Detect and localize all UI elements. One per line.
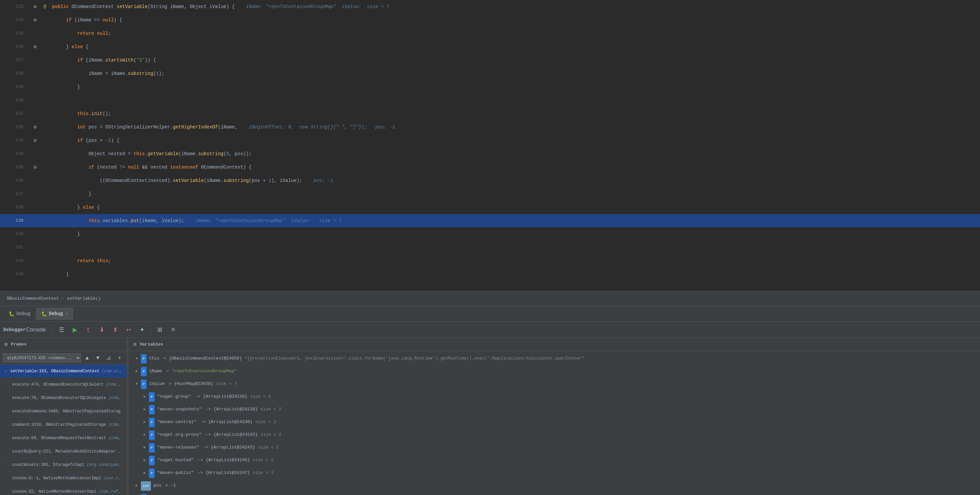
line-gutter — [30, 107, 40, 121]
code-line-128: 128 iName = iName.substring(1); — [0, 67, 980, 80]
expand-arrow[interactable]: ▼ — [135, 379, 141, 385]
var-type-badge: P — [149, 392, 154, 402]
frame-item[interactable]: countAssets:395, StorageTxImpl (org.sona… — [0, 458, 127, 471]
code-line-136: 136 ((OCommandContext)nested).setVariabl… — [0, 174, 980, 187]
frame-item[interactable]: invoke:62, NativeMethodAccessorImpl (sun… — [0, 485, 127, 495]
resume-btn[interactable]: ▶ — [69, 324, 81, 336]
tab-debug-2[interactable]: 🐛 Debug ✕ — [36, 308, 73, 320]
var-item[interactable]: ►P"nuget-hosted" -> {ArrayList@24245} si… — [129, 454, 980, 467]
frame-item[interactable]: execute:474, OCommandExecutorSQLSelect (… — [0, 378, 127, 391]
var-item[interactable]: ▼PiValue = {HashMap@23658} size = 7 — [129, 378, 980, 391]
var-type-badge: P — [149, 469, 154, 478]
frames-add-btn[interactable]: + — [115, 352, 124, 364]
console-btn[interactable]: Console — [30, 324, 42, 336]
var-item[interactable]: ►P"maven-releases" -> {ArrayList@24243} … — [129, 441, 980, 454]
expand-arrow[interactable]: ► — [143, 443, 149, 449]
code-line-134: 134 Object nested = this.getVariable(iNa… — [0, 147, 980, 160]
line-number: 137 — [0, 187, 30, 201]
frames-up-btn[interactable]: ▲ — [82, 352, 92, 364]
frames-filter-btn[interactable]: ⊿ — [104, 352, 113, 364]
thread-dropdown[interactable]: qtp629547173-435 <comman... — [3, 353, 81, 363]
frames-panel-header: ⊟ Frames — [0, 338, 127, 351]
frame-item[interactable]: invoke:0:-1, NativeMethodAccessorImpl (s… — [0, 471, 127, 485]
code-line-138: 138 } else { — [0, 201, 980, 214]
var-item[interactable]: ►P"maven-snapshots" -> {ArrayList@24238}… — [129, 403, 980, 416]
var-type-badge: P — [149, 405, 154, 414]
code-content: } — [40, 187, 980, 201]
expand-arrow[interactable]: ► — [143, 392, 149, 398]
var-item[interactable]: ►P"nuget.org-proxy" -> {ArrayList@24242}… — [129, 429, 980, 441]
debugger-label: Debugger — [3, 327, 26, 332]
var-item[interactable]: ►Pthis.variables = {HashMap@24189} size … — [129, 492, 980, 495]
frame-item[interactable]: execute:69, OCommandRequestTextAbstract … — [0, 432, 127, 445]
inline-hint: iBeginOffset: 0, new String[]{".", "["})… — [238, 124, 395, 130]
frame-text: countByQuery:221, MetadataNodeEntityAdap… — [12, 449, 122, 454]
line-gutter — [30, 227, 40, 241]
expand-arrow[interactable]: ► — [143, 405, 149, 410]
frames-list-btn[interactable]: ☰ — [56, 324, 68, 336]
var-item[interactable]: ►P"maven-central" -> {ArrayList@24240} s… — [129, 416, 980, 429]
frame-item[interactable]: executeCommand:3400, OAbstractPaginatedS… — [0, 405, 127, 418]
grid-view-btn[interactable]: ⊞ — [154, 324, 165, 336]
list-view-btn[interactable]: ≡ — [167, 324, 179, 336]
frame-text: invoke:62, NativeMethodAccessorImpl (sun… — [12, 489, 122, 494]
grid-icon: ⊞ — [157, 326, 162, 333]
frame-text: executeCommand:3400, OAbstractPaginatedS… — [12, 409, 122, 414]
expand-arrow[interactable]: ► — [143, 430, 149, 436]
var-meta: size = 2 — [255, 418, 276, 427]
frame-item[interactable]: command:3318, OAbstractPaginatedStorage … — [0, 418, 127, 432]
expand-arrow[interactable]: ► — [143, 418, 149, 423]
var-item[interactable]: ►PiName = "repoToContainedGroupMap" — [129, 365, 980, 378]
code-line-140: 140 } — [0, 227, 980, 241]
run-to-cursor-btn[interactable]: ↩ — [123, 324, 135, 336]
code-content: if (iName.startsWith("$")) { — [40, 54, 980, 67]
tab-debug-1[interactable]: 🐛 Debug — [3, 308, 36, 320]
step-out-btn[interactable]: ⬆ — [109, 324, 121, 336]
debug-tabs-bar: 🐛 Debug 🐛 Debug ✕ — [0, 306, 980, 322]
tab-close-icon[interactable]: ✕ — [65, 311, 68, 316]
expand-arrow[interactable]: ▼ — [135, 354, 141, 360]
step-into-btn[interactable]: ⬇ — [96, 324, 108, 336]
gutter-dot — [33, 45, 37, 49]
var-item[interactable]: ►P"maven-public" -> {ArrayList@24247} si… — [129, 467, 980, 480]
run-to-cursor-icon: ↩ — [126, 326, 131, 333]
code-content: } else { — [40, 40, 980, 54]
code-content — [40, 94, 980, 107]
line-number: 130 — [0, 94, 30, 107]
var-name: iValue — [149, 379, 165, 388]
frame-item[interactable]: ✓setVariable:163, OBasicCommandContext (… — [0, 365, 127, 378]
variables-panel-header: ⊟ Variables — [129, 338, 980, 351]
var-type-badge: P — [149, 443, 154, 452]
var-type-badge: P — [141, 354, 146, 363]
frame-item[interactable]: execute:70, OCommandExecutorSQLDelegate … — [0, 391, 127, 405]
console-pin-icon: · — [45, 326, 49, 333]
var-item[interactable]: ►P"nuget-group" -> {ArrayList@24236} siz… — [129, 391, 980, 403]
code-content: this.init(); — [40, 107, 980, 121]
var-value: -> {ArrayList@24242} — [205, 430, 258, 439]
frame-text: setVariable:163, OBasicCommandContext (c… — [10, 369, 122, 374]
line-number: 139 — [0, 214, 30, 227]
frame-text: execute:70, OCommandExecutorSQLDelegate … — [12, 396, 122, 400]
var-value: -> {ArrayList@24236} — [195, 392, 247, 401]
var-item[interactable]: ►intpos = -1 — [129, 480, 980, 492]
expand-arrow[interactable]: ► — [135, 481, 141, 487]
var-value: = {HashMap@23658} — [169, 379, 213, 388]
expand-arrow[interactable]: ► — [143, 456, 149, 461]
line-gutter — [30, 187, 40, 201]
code-line-123: 123@ public OCommandContext setVariable(… — [0, 0, 980, 13]
variables-header-icon: ⊟ — [134, 341, 136, 347]
expand-arrow[interactable]: ► — [143, 469, 149, 474]
step-over-btn[interactable]: ⤵ — [82, 324, 94, 336]
var-item[interactable]: ▼Pthis = {OBasicCommandContext@24058} "{… — [129, 352, 980, 365]
code-line-143: 143 } — [0, 268, 980, 281]
frames-down-btn[interactable]: ▼ — [93, 352, 102, 364]
line-number: 138 — [0, 201, 30, 214]
var-name: iName — [149, 367, 162, 376]
expand-arrow[interactable]: ► — [135, 367, 141, 372]
check-icon: ✓ — [5, 368, 7, 374]
var-name: "nuget.org-proxy" — [157, 430, 202, 439]
frame-item[interactable]: countByQuery:221, MetadataNodeEntityAdap… — [0, 445, 127, 458]
line-gutter — [30, 40, 40, 54]
evaluate-btn[interactable]: ✦ — [136, 324, 148, 336]
line-number: 135 — [0, 160, 30, 174]
